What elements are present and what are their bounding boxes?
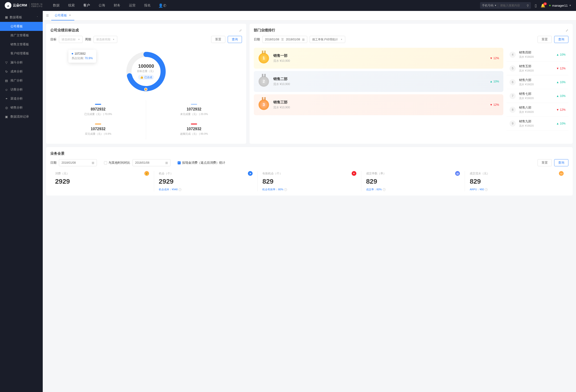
help-icon[interactable]: ? (485, 188, 488, 191)
metric-icon: ✦ (352, 171, 356, 176)
sidebar-icon: ☺ (5, 88, 8, 91)
target-select[interactable]: 请选择目标▼ (59, 36, 83, 43)
rank-row[interactable]: 6销售六部流水 ¥19020▲ 10% (507, 75, 568, 89)
date-label: 日期 (254, 37, 260, 42)
sidebar-item[interactable]: ↻成本分析 (0, 67, 43, 76)
date-range[interactable]: 2018/01/08 至 2018/01/08 ▦ (262, 36, 307, 43)
overview-cell: 有效机会（个）✦829机会有效率：80% ? (258, 171, 361, 191)
sidebar-icon: ▣ (5, 115, 8, 119)
calendar-icon: ▦ (92, 161, 94, 164)
period-select[interactable]: 请选择周期▼ (93, 36, 117, 43)
target-label: 目标 (50, 37, 57, 42)
tabs-menu-icon[interactable]: ☰ (46, 14, 49, 17)
close-icon[interactable]: ✕ (69, 14, 71, 17)
overview-cell: 机会（个）➤2929机会成本：¥948 ? (154, 171, 258, 191)
search-icon[interactable]: ⚲ (527, 4, 529, 7)
nav-item[interactable]: 运营 (128, 3, 137, 8)
period-label: 周期 (85, 37, 91, 42)
rank-top-card[interactable]: 3销售三部流水 ¥10,900▼ 12% (254, 94, 503, 115)
overview-cell: 成交流水（元）▭829ARPU：¥80 ? (465, 171, 568, 191)
user-icon[interactable]: 👤 (158, 3, 163, 8)
thumb-icon: 👍 (140, 76, 144, 79)
sidebar-icon: ▽ (5, 61, 8, 64)
nav-item[interactable]: 客户 (82, 3, 91, 8)
metric-icon: ▭ (559, 171, 564, 176)
sidebar-item[interactable]: ◎销售分析 (0, 103, 43, 112)
reset-button[interactable]: 重置 (538, 36, 552, 43)
rank-top-card[interactable]: 2销售二部流水 ¥10,900▲ 10% (254, 71, 503, 92)
sidebar: ▦ 数据看板 ˄ 公司看板推广主管看板销售主管看板客户经理看板 ▽漏斗分析↻成本… (0, 11, 43, 392)
sidebar-sub-item[interactable]: 销售主管看板 (0, 40, 43, 49)
sidebar-item[interactable]: ⚭渠道分析 (0, 94, 43, 103)
rank-top-card[interactable]: 1销售一部流水 ¥10,900▼ 12% (254, 48, 503, 69)
user-menu[interactable]: manager11 ▼ (549, 4, 571, 7)
nav-item[interactable]: 公海 (98, 3, 106, 8)
notif-badge: 5 (544, 2, 547, 5)
logo[interactable]: ☁ 云朵CRM 教育机构一站式服务云平台 (5, 2, 42, 9)
dashboard-icon: ▦ (5, 15, 8, 19)
medal-icon: 3 (258, 99, 269, 111)
overview-cell: 消费（元）💰2929 (50, 171, 154, 191)
medal-icon: 2 (258, 76, 269, 87)
rank-row[interactable]: 8销售八部流水 ¥19020▼ 12% (507, 103, 568, 117)
nav-item[interactable]: 报名 (143, 3, 152, 8)
stat-cell: 1072932未完成量（元） | 20.9% (146, 100, 242, 120)
rank-row[interactable]: 4销售四部流水 ¥19020▲ 10% (507, 48, 568, 61)
reset-button[interactable]: 重置 (211, 36, 225, 43)
calendar-icon: ▦ (302, 38, 305, 41)
target-card: 公司业绩目标达成 ⤢ 目标 请选择目标▼ 周期 请选择周期▼ 重置 查询 (46, 24, 246, 144)
rank-row[interactable]: 9销售九部流水 ¥19020▲ 10% (507, 117, 568, 130)
phone-icon[interactable]: ✆ (163, 3, 166, 8)
help-icon[interactable]: ? (284, 188, 287, 191)
sidebar-group-dashboard[interactable]: ▦ 数据看板 ˄ (0, 13, 43, 22)
stat-cell: 1072932应完成量（元） | 8.9% (50, 120, 146, 139)
stat-cell: 8972932已完成量（元） | 70.9% (50, 100, 146, 120)
rank-row[interactable]: 7销售七部流水 ¥19020▲ 10% (507, 89, 568, 103)
groupby-select[interactable]: 按工单客户经理统计▼ (310, 36, 345, 43)
cloud-icon: ☁ (5, 2, 11, 9)
query-button[interactable]: 查询 (228, 36, 242, 43)
achieved-badge: 👍已达成 (138, 75, 154, 80)
date2-input[interactable]: 2018/01/08▦ (133, 159, 171, 166)
help-icon[interactable]: ? (383, 188, 386, 191)
overview-cell: 成交单数（单）▤829成交率：80% ? (361, 171, 465, 191)
compare-checkbox[interactable]: 与其他时间对比 (104, 161, 130, 165)
sidebar-item[interactable]: ▽漏斗分析 (0, 58, 43, 67)
search-input[interactable] (498, 4, 527, 7)
sidebar-item[interactable]: ☺访客分析 (0, 85, 43, 94)
bell-icon[interactable]: 🔔5 (541, 3, 545, 8)
date1-input[interactable]: 2018/01/08▦ (59, 159, 97, 166)
sidebar-item[interactable]: ▣数据流转记录 (0, 112, 43, 121)
mobile-icon[interactable]: ▯ (535, 3, 537, 8)
search-box: 手机号码▼ ⚲ (480, 2, 531, 9)
overview-title: 业务全景 (50, 151, 568, 156)
calendar-icon: ▦ (165, 161, 168, 164)
query-button[interactable]: 查询 (554, 36, 568, 43)
sidebar-icon: ↻ (5, 70, 8, 73)
nav-item[interactable]: 数据 (52, 3, 60, 8)
chevron-up-icon: ˄ (37, 16, 38, 19)
metric-icon: ➤ (248, 171, 253, 176)
nav-item[interactable]: 财务 (113, 3, 121, 8)
rank-row[interactable]: 5销售五部流水 ¥19020▼ 12% (507, 61, 568, 75)
nav-item[interactable]: 线索 (67, 3, 76, 8)
sidebar-sub-item[interactable]: 推广主管看板 (0, 31, 43, 40)
sidebar-icon: ◎ (5, 106, 8, 110)
tab-company-board[interactable]: 公司看板 ✕ (51, 11, 74, 20)
expand-icon[interactable]: ⤢ (566, 29, 568, 32)
metric-icon: ▤ (455, 171, 460, 176)
sidebar-item[interactable]: ▤推广分析 (0, 76, 43, 85)
search-type-select[interactable]: 手机号码▼ (482, 3, 498, 8)
status-dot (549, 5, 550, 6)
donut-chart: 100000 目标总量（元） 👍已达成 (125, 50, 167, 93)
main-content: ☰ 公司看板 ✕ 公司业绩目标达成 ⤢ 目标 请选择目标▼ 周期 (43, 11, 576, 392)
stat-cell: 1072932超额完成（元） | 89.9% (146, 120, 242, 139)
sidebar-sub-item[interactable]: 公司看板 (0, 22, 43, 31)
help-icon[interactable]: ? (178, 188, 181, 191)
expand-icon[interactable]: ⤢ (239, 29, 242, 32)
reset-button[interactable]: 重置 (538, 159, 552, 166)
query-button[interactable]: 查询 (554, 159, 568, 166)
sidebar-sub-item[interactable]: 客户经理看板 (0, 49, 43, 58)
cash-checkbox[interactable]: 按现金消费（返点后消费）统计 (178, 161, 225, 165)
rank-card: 部门业绩排行 ⤢ 日期 2018/01/08 至 2018/01/08 ▦ 按工… (250, 24, 573, 144)
